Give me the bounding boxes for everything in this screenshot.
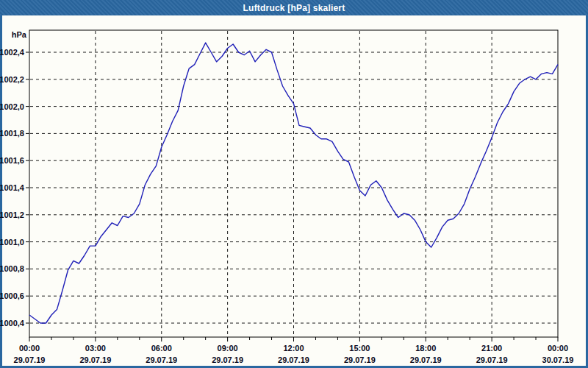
- chart-background: [2, 15, 586, 366]
- chart-window: Luftdruck [hPa] skaliert 1002,41002,2100…: [0, 0, 588, 368]
- window-title: Luftdruck [hPa] skaliert: [243, 3, 345, 13]
- window-titlebar[interactable]: Luftdruck [hPa] skaliert: [0, 0, 588, 15]
